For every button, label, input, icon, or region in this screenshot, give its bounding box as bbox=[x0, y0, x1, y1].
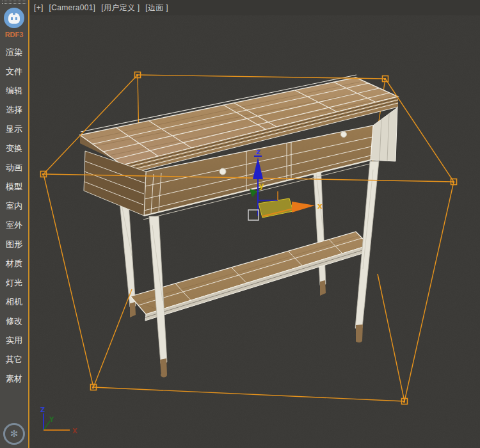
sidebar-item-modify[interactable]: 修改 bbox=[0, 312, 28, 331]
sidebar-item-other[interactable]: 其它 bbox=[0, 350, 28, 369]
sidebar-item-render[interactable]: 渲染 bbox=[0, 43, 28, 62]
sidebar-item-display[interactable]: 显示 bbox=[0, 120, 28, 139]
gizmo-y-label: y bbox=[259, 180, 264, 190]
viewport-pov-menu[interactable]: [用户定义 ] bbox=[101, 3, 140, 13]
sidebar-item-asset[interactable]: 素材 bbox=[0, 369, 28, 388]
world-axis-z-label: Z bbox=[40, 406, 45, 413]
rdf3-logo-icon[interactable] bbox=[4, 8, 24, 28]
sidebar-item-animation[interactable]: 动画 bbox=[0, 158, 28, 177]
viewport-plus-menu[interactable]: [+] bbox=[34, 3, 44, 12]
world-axis-x-label: X bbox=[72, 428, 77, 435]
sidebar-item-exterior[interactable]: 室外 bbox=[0, 216, 28, 235]
viewport-label-bar: [+] [Camera001] [用户定义 ] [边面 ] bbox=[28, 0, 480, 15]
sidebar-drag-grip[interactable] bbox=[2, 1, 26, 4]
sidebar-menu: 渲染 文件 编辑 选择 显示 变换 动画 模型 室内 室外 图形 材质 灯光 相… bbox=[0, 43, 28, 388]
gizmo-z-label: z bbox=[256, 147, 260, 156]
sidebar-item-shapes[interactable]: 图形 bbox=[0, 235, 28, 254]
sidebar: RDF3 渲染 文件 编辑 选择 显示 变换 动画 模型 室内 室外 图形 材质… bbox=[0, 0, 29, 448]
drawer-knob-right bbox=[341, 132, 347, 138]
sidebar-item-light[interactable]: 灯光 bbox=[0, 273, 28, 292]
viewport-canvas[interactable]: z y x Z Y X bbox=[0, 0, 480, 448]
gizmo-x-label: x bbox=[317, 202, 323, 211]
sidebar-item-model[interactable]: 模型 bbox=[0, 177, 28, 196]
sidebar-item-interior[interactable]: 室内 bbox=[0, 196, 28, 216]
sidebar-logo-label: RDF3 bbox=[5, 31, 24, 38]
sidebar-item-edit[interactable]: 编辑 bbox=[0, 81, 28, 100]
settings-snowflake-icon[interactable]: ✻ bbox=[3, 423, 25, 445]
sidebar-item-select[interactable]: 选择 bbox=[0, 100, 28, 120]
sidebar-item-camera[interactable]: 相机 bbox=[0, 292, 28, 312]
viewport-shading-menu[interactable]: [边面 ] bbox=[145, 3, 168, 13]
sidebar-item-material[interactable]: 材质 bbox=[0, 254, 28, 273]
viewport-camera-menu[interactable]: [Camera001] bbox=[49, 3, 96, 12]
sidebar-item-utility[interactable]: 实用 bbox=[0, 331, 28, 350]
sidebar-item-transform[interactable]: 变换 bbox=[0, 139, 28, 158]
drawer-knob-left bbox=[220, 168, 226, 175]
world-axis-y-label: Y bbox=[49, 416, 54, 423]
application-window: z y x Z Y X [+] [Camera001] [用户定义 ] [边面 … bbox=[0, 0, 480, 448]
sidebar-item-file[interactable]: 文件 bbox=[0, 62, 28, 81]
